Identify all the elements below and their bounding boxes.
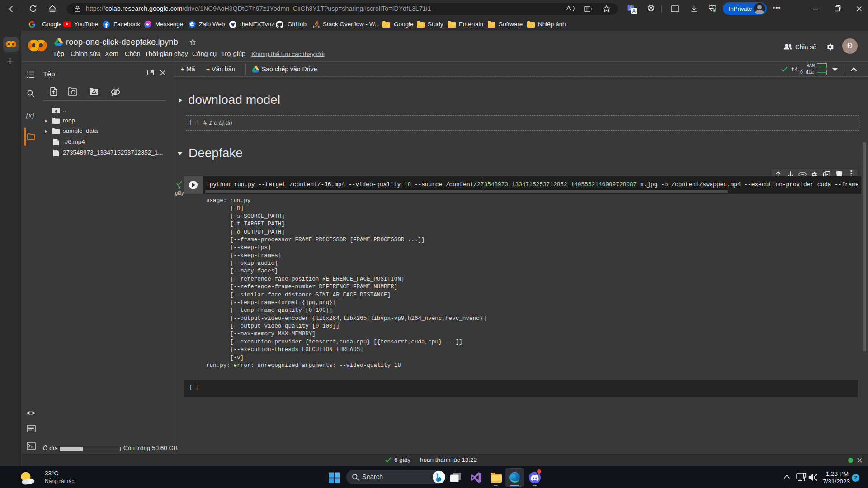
svg-text:A: A — [632, 8, 636, 14]
svg-text:zalo: zalo — [190, 23, 196, 26]
